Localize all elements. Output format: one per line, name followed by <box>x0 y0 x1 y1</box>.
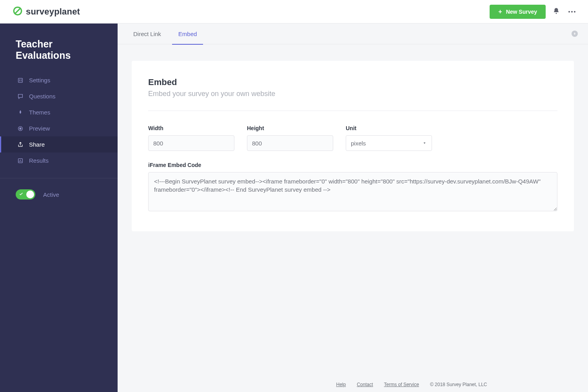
svg-rect-2 <box>18 78 23 82</box>
active-toggle[interactable] <box>16 189 35 200</box>
footer-link-contact[interactable]: Contact <box>357 382 373 387</box>
plus-icon: + <box>498 8 502 15</box>
unit-label: Unit <box>346 125 432 131</box>
sidebar-item-label: Preview <box>29 125 50 132</box>
height-field-wrap: Height <box>247 125 333 151</box>
svg-point-1 <box>556 13 557 14</box>
sidebar-item-questions[interactable]: Questions <box>0 88 118 104</box>
sidebar-item-settings[interactable]: Settings <box>0 72 118 88</box>
preview-icon <box>17 125 24 132</box>
download-icon[interactable] <box>572 31 578 37</box>
panel-divider <box>148 111 557 111</box>
brand-logo-icon <box>13 6 23 17</box>
new-survey-label: New Survey <box>506 9 537 15</box>
dimension-row: Width Height Unit <box>148 125 557 151</box>
brand-name: surveyplanet <box>26 7 80 17</box>
height-input[interactable] <box>247 135 333 151</box>
status-label: Active <box>43 191 59 198</box>
new-survey-button[interactable]: + New Survey <box>490 5 546 19</box>
themes-icon <box>17 109 24 116</box>
more-icon[interactable] <box>567 9 577 14</box>
panel-title: Embed <box>148 77 557 87</box>
embed-code-textarea[interactable] <box>148 172 557 211</box>
notification-icon[interactable] <box>553 7 560 16</box>
settings-icon <box>17 77 24 83</box>
width-input[interactable] <box>148 135 234 151</box>
footer-link-help[interactable]: Help <box>336 382 346 387</box>
status-row: Active <box>0 178 118 211</box>
height-label: Height <box>247 125 333 131</box>
sidebar-item-label: Results <box>29 157 49 164</box>
sidebar-item-label: Settings <box>29 77 50 83</box>
svg-point-4 <box>20 128 21 129</box>
sidebar-item-preview[interactable]: Preview <box>0 120 118 136</box>
unit-select[interactable] <box>346 135 432 151</box>
brand: surveyplanet <box>13 6 80 17</box>
sidebar-item-label: Themes <box>29 109 50 116</box>
width-label: Width <box>148 125 234 131</box>
unit-field-wrap: Unit <box>346 125 432 151</box>
unit-input[interactable] <box>346 135 432 151</box>
tab-direct-link[interactable]: Direct Link <box>132 24 163 44</box>
tab-label: Embed <box>178 31 197 37</box>
sidebar-item-themes[interactable]: Themes <box>0 104 118 120</box>
code-label: iFrame Embed Code <box>148 162 557 168</box>
results-icon <box>17 158 24 164</box>
check-icon <box>19 191 24 198</box>
sidebar-item-label: Share <box>29 141 45 148</box>
footer-copyright: © 2018 Survey Planet, LLC <box>430 382 487 387</box>
topbar-right: + New Survey <box>490 5 577 19</box>
footer-link-tos[interactable]: Terms of Service <box>384 382 419 387</box>
survey-title: Teacher Evaluations <box>0 24 118 72</box>
sidebar: Teacher Evaluations Settings Questions T… <box>0 24 118 392</box>
footer: Help Contact Terms of Service © 2018 Sur… <box>235 382 588 387</box>
tab-label: Direct Link <box>133 31 161 37</box>
topbar: surveyplanet + New Survey <box>0 0 588 24</box>
embed-panel: Embed Embed your survey on your own webs… <box>132 61 574 231</box>
sidebar-nav: Settings Questions Themes Preview Share <box>0 72 118 169</box>
subtabs: Direct Link Embed <box>118 24 588 44</box>
width-field-wrap: Width <box>148 125 234 151</box>
sidebar-item-share[interactable]: Share <box>0 136 118 152</box>
questions-icon <box>17 93 24 100</box>
sidebar-item-label: Questions <box>29 93 56 100</box>
sidebar-item-results[interactable]: Results <box>0 152 118 169</box>
panel-subtitle: Embed your survey on your own website <box>148 90 557 98</box>
tab-embed[interactable]: Embed <box>177 24 199 44</box>
share-icon <box>17 142 24 148</box>
main: Direct Link Embed Embed Embed your surve… <box>118 24 588 392</box>
